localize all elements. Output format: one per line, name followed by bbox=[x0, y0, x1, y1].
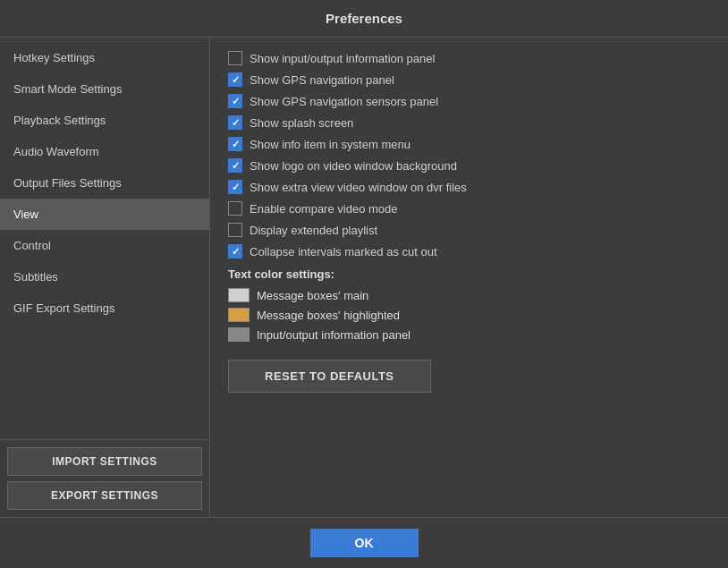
checkbox-label-1: Show GPS navigation panel bbox=[250, 73, 394, 87]
sidebar-item-gif-export-settings[interactable]: GIF Export Settings bbox=[0, 292, 209, 324]
color-swatch-row-0: Message boxes' main bbox=[228, 288, 710, 302]
checkbox-8[interactable] bbox=[228, 223, 242, 237]
preferences-dialog: Preferences Hotkey SettingsSmart Mode Se… bbox=[0, 0, 728, 568]
color-swatch-label-1: Message boxes' highlighted bbox=[257, 309, 400, 322]
checkbox-7[interactable] bbox=[228, 201, 242, 216]
color-swatch-row-2: Input/output information panel bbox=[228, 327, 710, 342]
checkbox-label-0: Show input/output information panel bbox=[250, 52, 435, 65]
checkbox-row-9: Collapse intervals marked as cut out bbox=[228, 244, 710, 259]
main-panel: Show input/output information panelShow … bbox=[210, 38, 728, 517]
dialog-title: Preferences bbox=[0, 0, 728, 38]
sidebar-item-hotkey-settings[interactable]: Hotkey Settings bbox=[0, 42, 209, 73]
checkbox-row-6: Show extra view video window on dvr file… bbox=[228, 180, 710, 194]
checkbox-row-8: Display extended playlist bbox=[228, 223, 710, 237]
checkbox-row-1: Show GPS navigation panel bbox=[228, 72, 710, 87]
sidebar: Hotkey SettingsSmart Mode SettingsPlayba… bbox=[0, 38, 210, 517]
sidebar-item-playback-settings[interactable]: Playback Settings bbox=[0, 105, 209, 136]
sidebar-item-control[interactable]: Control bbox=[0, 230, 209, 261]
checkbox-4[interactable] bbox=[228, 137, 242, 151]
color-swatch-label-2: Input/output information panel bbox=[257, 328, 411, 342]
text-color-section-label: Text color settings: bbox=[228, 267, 710, 281]
checkbox-row-5: Show logo on video window background bbox=[228, 158, 710, 173]
color-swatch-label-0: Message boxes' main bbox=[257, 289, 368, 302]
checkbox-5[interactable] bbox=[228, 158, 242, 173]
export-settings-button[interactable]: EXPORT SETTINGS bbox=[7, 481, 202, 510]
checkbox-row-7: Enable compare video mode bbox=[228, 201, 710, 216]
color-swatch-gray[interactable] bbox=[228, 327, 250, 342]
ok-button[interactable]: OK bbox=[310, 529, 419, 557]
checkbox-2[interactable] bbox=[228, 94, 242, 108]
checkbox-row-4: Show info item in system menu bbox=[228, 137, 710, 151]
sidebar-item-view[interactable]: View bbox=[0, 199, 209, 230]
checkbox-1[interactable] bbox=[228, 72, 242, 87]
checkbox-6[interactable] bbox=[228, 180, 242, 194]
import-settings-button[interactable]: IMPORT SETTINGS bbox=[7, 447, 202, 476]
checkbox-label-7: Enable compare video mode bbox=[250, 202, 398, 216]
sidebar-item-subtitles[interactable]: Subtitles bbox=[0, 261, 209, 292]
checkbox-label-6: Show extra view video window on dvr file… bbox=[250, 181, 467, 194]
sidebar-item-output-files-settings[interactable]: Output Files Settings bbox=[0, 167, 209, 199]
reset-to-defaults-button[interactable]: RESET TO DEFAULTS bbox=[228, 360, 431, 393]
checkbox-label-3: Show splash screen bbox=[250, 116, 353, 130]
checkbox-row-0: Show input/output information panel bbox=[228, 51, 710, 65]
content-area: Hotkey SettingsSmart Mode SettingsPlayba… bbox=[0, 38, 728, 517]
checkbox-label-2: Show GPS navigation sensors panel bbox=[250, 95, 438, 108]
checkbox-3[interactable] bbox=[228, 115, 242, 130]
sidebar-item-audio-waveform[interactable]: Audio Waveform bbox=[0, 136, 209, 167]
sidebar-bottom: IMPORT SETTINGS EXPORT SETTINGS bbox=[0, 439, 209, 517]
checkbox-0[interactable] bbox=[228, 51, 242, 65]
footer: OK bbox=[0, 517, 728, 568]
color-swatch-white[interactable] bbox=[228, 288, 250, 302]
checkbox-row-2: Show GPS navigation sensors panel bbox=[228, 94, 710, 108]
checkbox-label-5: Show logo on video window background bbox=[250, 159, 457, 173]
checkbox-9[interactable] bbox=[228, 244, 242, 259]
color-swatch-row-1: Message boxes' highlighted bbox=[228, 308, 710, 322]
checkbox-label-8: Display extended playlist bbox=[250, 224, 377, 237]
checkbox-label-9: Collapse intervals marked as cut out bbox=[250, 245, 437, 259]
checkbox-row-3: Show splash screen bbox=[228, 115, 710, 130]
sidebar-item-smart-mode-settings[interactable]: Smart Mode Settings bbox=[0, 73, 209, 105]
checkbox-label-4: Show info item in system menu bbox=[250, 138, 411, 151]
color-swatch-orange[interactable] bbox=[228, 308, 250, 322]
